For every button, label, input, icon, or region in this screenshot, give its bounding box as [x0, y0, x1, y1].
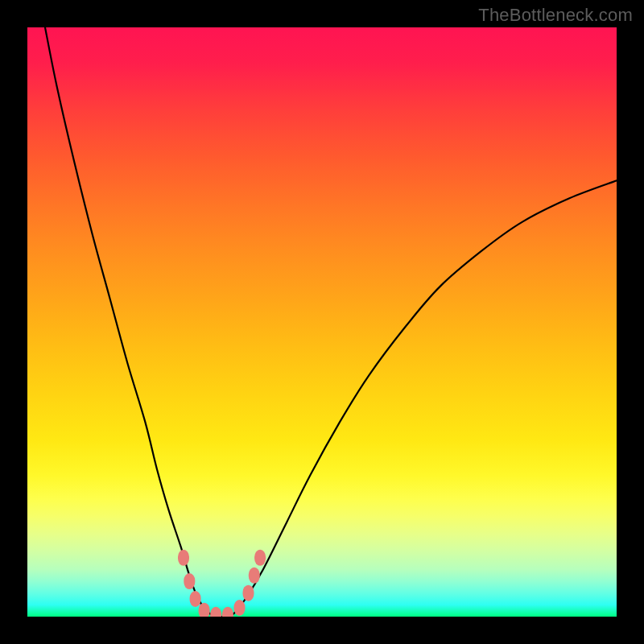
minimum-marker — [254, 550, 266, 566]
minimum-marker — [199, 603, 210, 617]
minimum-marker — [234, 600, 246, 616]
watermark-text: TheBottleneck.com — [478, 5, 633, 26]
minimum-marker — [222, 607, 233, 617]
bottleneck-curve — [45, 27, 617, 617]
minimum-marker — [249, 568, 260, 584]
curve-layer — [27, 27, 617, 617]
plot-area — [27, 27, 617, 617]
minimum-marker — [210, 607, 221, 617]
minimum-marker — [190, 591, 201, 607]
minimum-marker — [178, 550, 189, 566]
chart-frame: TheBottleneck.com — [0, 0, 644, 644]
minimum-marker — [243, 585, 254, 601]
minimum-marker — [184, 573, 195, 589]
minimum-markers — [178, 550, 266, 617]
